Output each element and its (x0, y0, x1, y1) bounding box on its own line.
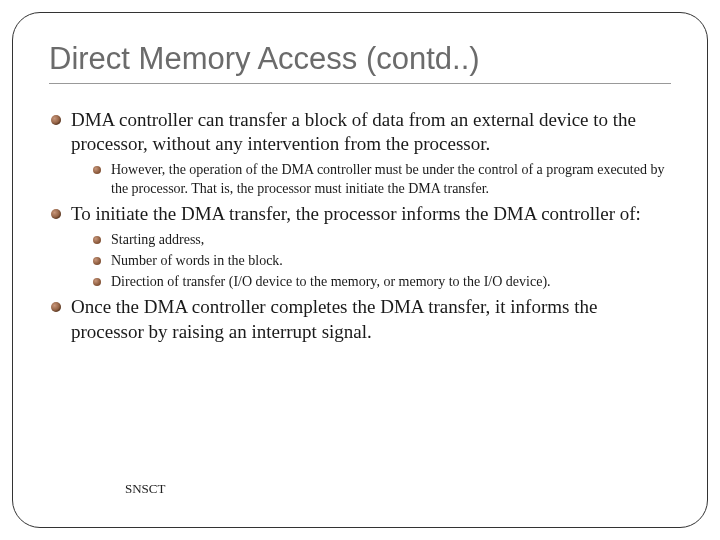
bullet-text: Once the DMA controller completes the DM… (71, 296, 597, 341)
slide-frame: Direct Memory Access (contd..) DMA contr… (12, 12, 708, 528)
list-item: Starting address, (93, 231, 671, 250)
bullet-text: To initiate the DMA transfer, the proces… (71, 203, 641, 224)
slide-footer: SNSCT (125, 481, 165, 497)
list-item: DMA controller can transfer a block of d… (49, 108, 671, 198)
sub-bullet-text: Starting address, (111, 232, 204, 247)
sub-list: However, the operation of the DMA contro… (71, 161, 671, 199)
list-item: However, the operation of the DMA contro… (93, 161, 671, 199)
sub-list: Starting address, Number of words in the… (71, 231, 671, 292)
sub-bullet-text: Number of words in the block. (111, 253, 283, 268)
sub-bullet-text: Direction of transfer (I/O device to the… (111, 274, 551, 289)
list-item: Once the DMA controller completes the DM… (49, 295, 671, 344)
slide-title: Direct Memory Access (contd..) (49, 41, 671, 84)
bullet-list: DMA controller can transfer a block of d… (49, 108, 671, 344)
bullet-text: DMA controller can transfer a block of d… (71, 109, 636, 154)
list-item: Direction of transfer (I/O device to the… (93, 273, 671, 292)
list-item: Number of words in the block. (93, 252, 671, 271)
list-item: To initiate the DMA transfer, the proces… (49, 202, 671, 291)
sub-bullet-text: However, the operation of the DMA contro… (111, 162, 664, 196)
